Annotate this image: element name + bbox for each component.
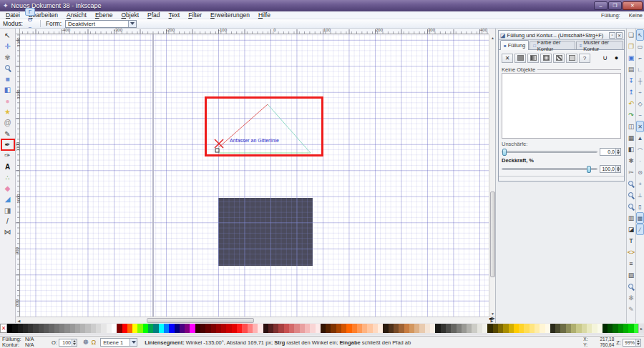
palette-swatch[interactable] bbox=[80, 324, 85, 333]
chevron-down-icon[interactable] bbox=[128, 21, 136, 27]
palette-swatch[interactable] bbox=[608, 324, 613, 333]
palette-swatch[interactable] bbox=[273, 324, 278, 333]
layer-visibility-icon[interactable]: ❁ bbox=[83, 339, 89, 346]
spiro-path-mode-icon[interactable]: ʘ bbox=[25, 16, 35, 24]
undo-icon[interactable]: ↶ bbox=[627, 98, 636, 109]
object-opacity-spinbox[interactable]: 100 bbox=[59, 339, 77, 347]
palette-swatch[interactable] bbox=[237, 324, 242, 333]
menu-objekt[interactable]: Objekt bbox=[117, 11, 143, 19]
palette-swatch[interactable] bbox=[394, 324, 399, 333]
palette-swatch[interactable] bbox=[300, 324, 305, 333]
palette-swatch[interactable] bbox=[430, 324, 435, 333]
eraser-tool-icon[interactable]: ◆ bbox=[1, 183, 14, 194]
palette-swatch[interactable] bbox=[362, 324, 367, 333]
palette-swatch[interactable] bbox=[535, 324, 540, 333]
palette-swatch[interactable] bbox=[509, 324, 514, 333]
align-dialog-icon[interactable]: ≡ bbox=[627, 258, 636, 269]
palette-swatch[interactable] bbox=[514, 324, 519, 333]
zoom-selection-icon[interactable] bbox=[627, 178, 636, 189]
minimize-button[interactable]: – bbox=[594, 1, 608, 10]
bezier-regular-mode-icon[interactable]: Γ bbox=[25, 8, 35, 16]
palette-swatch[interactable] bbox=[143, 324, 148, 333]
palette-swatch[interactable] bbox=[59, 324, 64, 333]
palette-swatch[interactable] bbox=[33, 324, 38, 333]
spin-arrows-icon[interactable] bbox=[635, 339, 640, 346]
palette-swatch[interactable] bbox=[232, 324, 237, 333]
menu-pfad[interactable]: Pfad bbox=[143, 11, 165, 19]
zoom-drawing-icon[interactable] bbox=[627, 189, 636, 201]
export-icon[interactable]: ↥ bbox=[627, 86, 636, 98]
palette-swatch[interactable] bbox=[85, 324, 90, 333]
palette-swatch[interactable] bbox=[127, 324, 132, 333]
bezier-pen-tool-icon[interactable]: ✒ bbox=[1, 139, 14, 150]
snap-text-baseline-icon[interactable]: ⊥ bbox=[636, 189, 644, 201]
menu-filter[interactable]: Filter bbox=[184, 11, 206, 19]
palette-swatch[interactable] bbox=[263, 324, 268, 333]
vertical-scrollbar[interactable]: ▲ ▼ bbox=[489, 34, 495, 317]
snap-cusp-nodes-icon[interactable]: ▲ bbox=[636, 132, 644, 144]
palette-swatch[interactable] bbox=[284, 324, 289, 333]
canvas[interactable]: Anfasser an Gitterlinie bbox=[20, 34, 489, 317]
star-tool-icon[interactable]: ★ bbox=[1, 106, 14, 117]
palette-swatch[interactable] bbox=[221, 324, 226, 333]
ellipse-tool-icon[interactable]: ● bbox=[1, 96, 14, 106]
palette-swatch[interactable] bbox=[346, 324, 351, 333]
blur-slider-thumb[interactable] bbox=[502, 149, 507, 156]
snap-bbox-corners-icon[interactable]: ∟ bbox=[636, 64, 644, 75]
palette-swatch[interactable] bbox=[545, 324, 550, 333]
palette-swatch[interactable] bbox=[49, 324, 54, 333]
document-properties-icon[interactable]: ▥ bbox=[627, 212, 636, 224]
snap-bbox-edge-midpoints-icon[interactable]: ┼ bbox=[636, 75, 644, 86]
palette-swatch[interactable] bbox=[550, 324, 555, 333]
palette-swatch[interactable] bbox=[602, 324, 608, 333]
palette-swatch[interactable] bbox=[472, 324, 477, 333]
palette-swatch[interactable] bbox=[623, 324, 628, 333]
palette-swatch[interactable] bbox=[112, 324, 117, 333]
palette-swatch[interactable] bbox=[530, 324, 535, 333]
palette-swatch[interactable] bbox=[425, 324, 430, 333]
palette-swatch[interactable] bbox=[107, 324, 112, 333]
palette-swatch[interactable] bbox=[566, 324, 571, 333]
palette-swatch[interactable] bbox=[211, 324, 216, 333]
snap-rotation-centers-icon[interactable]: + bbox=[636, 178, 644, 189]
pattern-icon[interactable] bbox=[553, 54, 565, 63]
palette-swatch[interactable] bbox=[383, 324, 388, 333]
palette-swatch[interactable] bbox=[137, 324, 142, 333]
palette-swatch[interactable] bbox=[96, 324, 101, 333]
print-icon[interactable]: ▤ bbox=[627, 64, 636, 75]
snap-smooth-nodes-icon[interactable]: ◠ bbox=[636, 144, 644, 155]
palette-swatch[interactable] bbox=[446, 324, 451, 333]
menu-datei[interactable]: Datei bbox=[1, 11, 24, 19]
palette-swatch[interactable] bbox=[441, 324, 446, 333]
snap-paths-icon[interactable]: ~ bbox=[636, 109, 644, 121]
quick-fill-value[interactable]: Keine bbox=[629, 12, 643, 19]
palette-swatch[interactable] bbox=[64, 324, 69, 333]
tab-muster-der-kontur[interactable]: ≡Muster der Kontur bbox=[576, 41, 623, 49]
palette-swatch[interactable] bbox=[117, 324, 122, 333]
palette-swatch[interactable] bbox=[404, 324, 409, 333]
palette-swatch[interactable] bbox=[122, 324, 127, 333]
palette-swatch[interactable] bbox=[503, 324, 508, 333]
palette-swatch[interactable] bbox=[414, 324, 419, 333]
layer-lock-icon[interactable]: Ω bbox=[91, 339, 96, 346]
palette-swatch[interactable] bbox=[477, 324, 482, 333]
rectangle-tool-icon[interactable]: ■ bbox=[1, 74, 14, 84]
palette-swatch[interactable] bbox=[268, 324, 273, 333]
palette-swatch[interactable] bbox=[310, 324, 315, 333]
tab-füllung[interactable]: ■Füllung bbox=[500, 40, 529, 50]
open-document-icon[interactable]: ❐ bbox=[627, 41, 636, 52]
find-icon[interactable] bbox=[627, 281, 636, 292]
palette-swatch[interactable] bbox=[571, 324, 576, 333]
palette-swatch[interactable] bbox=[39, 324, 44, 333]
palette-swatch[interactable] bbox=[409, 324, 414, 333]
palette-swatch[interactable] bbox=[378, 324, 383, 333]
menu-ebene[interactable]: Ebene bbox=[91, 11, 117, 19]
gradient-tool-icon[interactable]: ◨ bbox=[1, 205, 14, 216]
palette-swatch[interactable] bbox=[560, 324, 565, 333]
palette-swatch[interactable] bbox=[253, 324, 258, 333]
palette-swatch[interactable] bbox=[44, 324, 49, 333]
palette-swatch[interactable] bbox=[462, 324, 467, 333]
radial-gradient-icon[interactable] bbox=[540, 54, 552, 63]
palette-swatch[interactable] bbox=[341, 324, 346, 333]
horizontal-scroll-thumb[interactable] bbox=[147, 318, 254, 323]
